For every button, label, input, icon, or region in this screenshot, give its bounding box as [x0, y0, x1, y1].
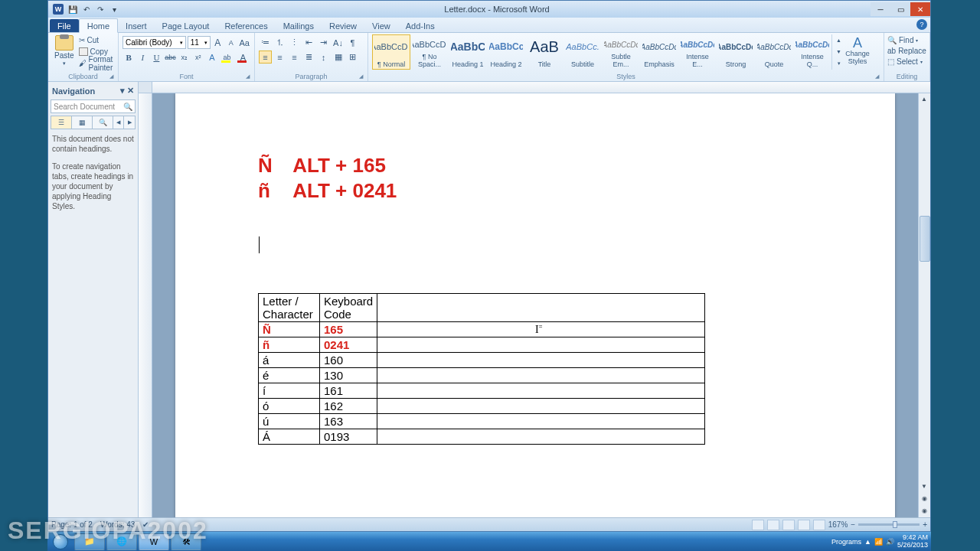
- sort-button[interactable]: A↓: [332, 36, 345, 49]
- maximize-button[interactable]: ▭: [890, 2, 910, 16]
- style-item[interactable]: AaBbCcDc¶ No Spaci...: [410, 34, 449, 70]
- zoom-in[interactable]: +: [923, 520, 927, 529]
- view-draft[interactable]: [813, 520, 825, 530]
- tray-flag-icon[interactable]: ▲: [864, 538, 871, 546]
- replace-button[interactable]: abReplace: [887, 45, 926, 56]
- align-left-button[interactable]: ≡: [259, 51, 272, 64]
- scroll-thumb[interactable]: [920, 216, 930, 262]
- nav-tab-headings[interactable]: ☰: [51, 116, 72, 129]
- navigation-pane: Navigation ▾ ✕ Search Document 🔍 ☰ ▦ 🔍 ◀…: [48, 82, 139, 517]
- next-page[interactable]: ◉: [919, 505, 929, 516]
- indent-inc-button[interactable]: ⇥: [317, 36, 330, 49]
- styles-gallery[interactable]: AaBbCcDc¶ NormalAaBbCcDc¶ No Spaci...AaB…: [372, 34, 831, 70]
- zoom-level[interactable]: 167%: [828, 520, 848, 529]
- prev-page[interactable]: ◉: [919, 493, 929, 504]
- qat-dropdown[interactable]: ▾: [109, 5, 119, 14]
- justify-button[interactable]: ≣: [302, 51, 315, 64]
- tab-review[interactable]: Review: [322, 19, 364, 32]
- close-button[interactable]: ✕: [910, 2, 930, 16]
- scroll-down[interactable]: ▼: [919, 481, 929, 491]
- font-launcher[interactable]: ◢: [246, 73, 252, 80]
- tab-mailings[interactable]: Mailings: [276, 19, 322, 32]
- vertical-ruler[interactable]: [139, 93, 152, 517]
- style-item[interactable]: AaBbCcDc¶ Normal: [372, 34, 410, 70]
- style-item[interactable]: AaBbCcDcSubtle Em...: [602, 34, 640, 70]
- font-size-box[interactable]: 11▾: [188, 36, 211, 49]
- tab-view[interactable]: View: [364, 19, 398, 32]
- style-item[interactable]: AaBbCcHeading 2: [487, 34, 525, 70]
- style-item[interactable]: AaBbCcDcIntense Q...: [793, 34, 831, 70]
- indent-dec-button[interactable]: ⇤: [302, 36, 315, 49]
- styles-launcher[interactable]: ◢: [875, 73, 881, 80]
- help-icon[interactable]: ?: [916, 19, 927, 30]
- tab-file[interactable]: File: [50, 19, 79, 32]
- text-effects-button[interactable]: A: [206, 51, 218, 64]
- view-full-screen[interactable]: [767, 520, 779, 530]
- style-item[interactable]: AaBTitle: [525, 34, 564, 70]
- nav-tab-prev[interactable]: ◀: [113, 116, 124, 129]
- grow-font-button[interactable]: A: [212, 36, 224, 49]
- vertical-scrollbar[interactable]: ▲ ▼ ◉ ◉: [918, 93, 930, 517]
- strike-button[interactable]: abc: [164, 51, 176, 64]
- view-print-layout[interactable]: [752, 520, 764, 530]
- nav-tab-pages[interactable]: ▦: [72, 116, 93, 129]
- style-item[interactable]: AaBbCHeading 1: [449, 34, 487, 70]
- nav-close[interactable]: ▾ ✕: [120, 86, 134, 96]
- subscript-button[interactable]: x₂: [178, 51, 191, 64]
- style-item[interactable]: AaBbCc.Subtitle: [564, 34, 602, 70]
- document-area[interactable]: Ñ ALT + 165 ñ ALT + 0241 Letter / Charac…: [152, 93, 918, 517]
- cut-button[interactable]: ✂Cut: [79, 34, 114, 46]
- tab-addins[interactable]: Add-Ins: [398, 19, 443, 32]
- highlight-button[interactable]: ab: [220, 51, 234, 64]
- bullets-button[interactable]: ≔: [259, 36, 272, 49]
- superscript-button[interactable]: x²: [192, 51, 204, 64]
- tray-volume-icon[interactable]: 🔊: [886, 538, 894, 546]
- zoom-out[interactable]: −: [851, 520, 855, 529]
- borders-button[interactable]: ⊞: [346, 51, 359, 64]
- tab-home[interactable]: Home: [79, 18, 118, 33]
- line-spacing-button[interactable]: ↕: [317, 51, 330, 64]
- minimize-button[interactable]: ─: [871, 2, 890, 16]
- view-outline[interactable]: [798, 520, 810, 530]
- find-button[interactable]: 🔍Find▾: [887, 34, 926, 45]
- multilevel-button[interactable]: ⋮: [288, 36, 301, 49]
- tab-page-layout[interactable]: Page Layout: [155, 19, 217, 32]
- shading-button[interactable]: ▦: [332, 51, 345, 64]
- paragraph-launcher[interactable]: ◢: [359, 73, 365, 80]
- scroll-up[interactable]: ▲: [919, 93, 929, 104]
- select-button[interactable]: ⬚Select▾: [887, 56, 926, 67]
- qat-save[interactable]: 💾: [68, 5, 77, 14]
- font-color-button[interactable]: A: [236, 51, 250, 64]
- change-styles-button[interactable]: A Change Styles: [842, 34, 873, 70]
- align-center-button[interactable]: ≡: [273, 51, 286, 64]
- show-marks-button[interactable]: ¶: [346, 36, 359, 49]
- nav-tab-results[interactable]: 🔍: [93, 116, 113, 129]
- view-web[interactable]: [782, 520, 795, 530]
- nav-tab-next[interactable]: ▶: [124, 116, 135, 129]
- zoom-slider[interactable]: [858, 523, 920, 526]
- italic-button[interactable]: I: [136, 51, 149, 64]
- qat-redo[interactable]: ↷: [96, 5, 105, 14]
- tray-network-icon[interactable]: 📶: [874, 538, 883, 546]
- qat-undo[interactable]: ↶: [82, 5, 91, 14]
- tab-references[interactable]: References: [217, 19, 275, 32]
- bold-button[interactable]: B: [122, 51, 135, 64]
- style-item[interactable]: AaBbCcDcQuote: [755, 34, 793, 70]
- tray-clock[interactable]: 9:42 AM 5/26/2013: [897, 534, 928, 549]
- change-case-button[interactable]: Aa: [239, 36, 250, 49]
- align-right-button[interactable]: ≡: [288, 51, 301, 64]
- style-item[interactable]: AaBbCcDcIntense E...: [678, 34, 717, 70]
- paste-button[interactable]: Paste ▾: [52, 34, 77, 69]
- shrink-font-button[interactable]: A: [225, 36, 237, 49]
- style-item[interactable]: AaBbCcDcStrong: [717, 34, 755, 70]
- font-name-box[interactable]: Calibri (Body)▾: [122, 36, 186, 49]
- underline-button[interactable]: U: [150, 51, 162, 64]
- style-item[interactable]: AaBbCcDcEmphasis: [640, 34, 678, 70]
- format-painter-button[interactable]: 🖌Format Painter: [79, 57, 114, 69]
- numbering-button[interactable]: ⒈: [273, 36, 286, 49]
- text-caret-icon: I=: [535, 323, 542, 336]
- clipboard-launcher[interactable]: ◢: [109, 73, 116, 80]
- horizontal-ruler[interactable]: [139, 82, 930, 93]
- nav-search-input[interactable]: Search Document 🔍: [51, 99, 136, 113]
- tab-insert[interactable]: Insert: [118, 19, 155, 32]
